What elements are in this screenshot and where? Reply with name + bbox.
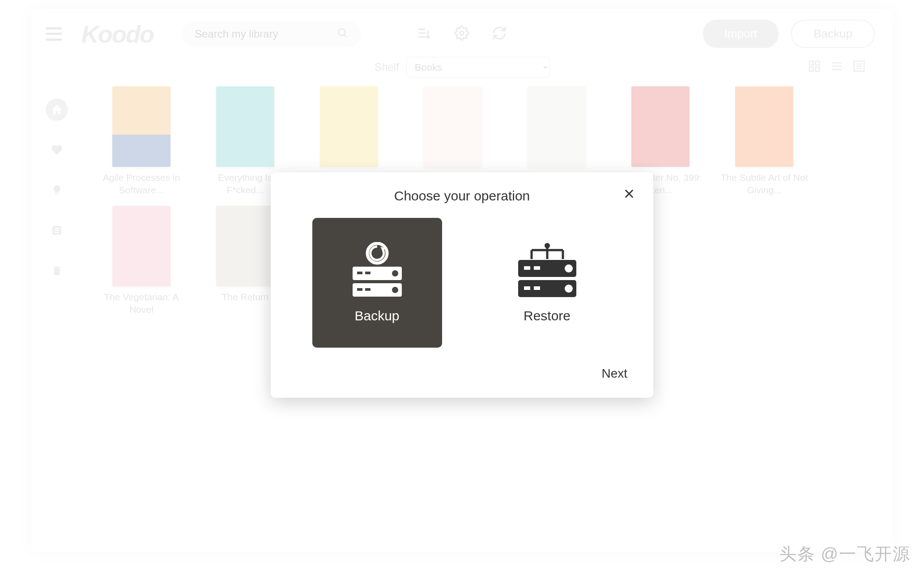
- modal-options: Backup Restore: [291, 218, 633, 348]
- modal-overlay[interactable]: Choose your operation Backup: [0, 0, 924, 570]
- restore-option[interactable]: Restore: [482, 218, 612, 348]
- modal-title: Choose your operation: [291, 188, 633, 204]
- svg-rect-40: [534, 286, 540, 290]
- backup-icon: [344, 242, 411, 300]
- close-icon[interactable]: [623, 187, 635, 202]
- svg-point-28: [392, 287, 398, 293]
- restore-option-label: Restore: [524, 308, 571, 323]
- svg-rect-23: [365, 272, 370, 274]
- backup-option[interactable]: Backup: [312, 218, 442, 348]
- svg-rect-36: [534, 266, 540, 270]
- modal-footer: Next: [291, 364, 633, 383]
- restore-icon: [511, 242, 583, 300]
- backup-modal: Choose your operation Backup: [271, 172, 653, 398]
- svg-rect-27: [365, 288, 370, 291]
- svg-point-24: [392, 270, 398, 276]
- svg-rect-35: [524, 266, 530, 270]
- svg-rect-39: [524, 286, 530, 290]
- svg-rect-26: [357, 288, 362, 291]
- next-button[interactable]: Next: [596, 364, 633, 383]
- watermark: 头条 @一飞开源: [779, 543, 911, 566]
- svg-rect-22: [357, 272, 362, 274]
- svg-point-31: [545, 243, 550, 248]
- svg-point-41: [565, 285, 573, 293]
- backup-option-label: Backup: [354, 308, 399, 323]
- svg-point-37: [565, 264, 573, 272]
